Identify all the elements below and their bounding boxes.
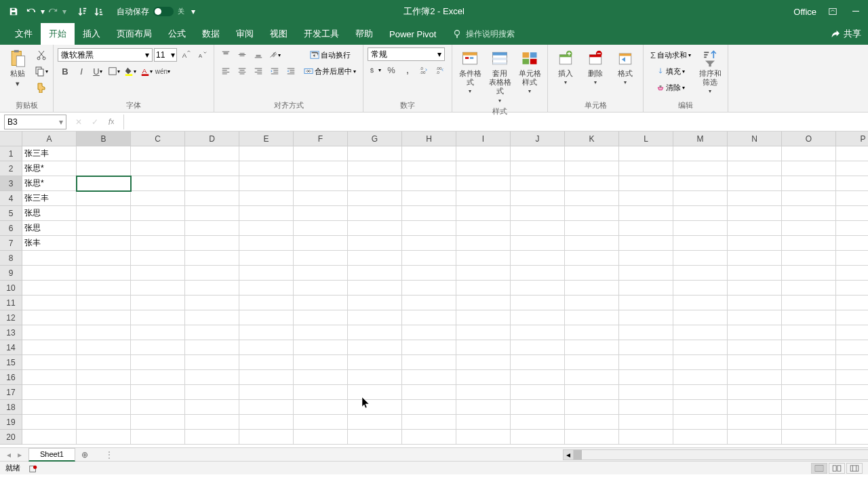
cell-B8[interactable] [77, 251, 131, 266]
column-header-H[interactable]: H [402, 131, 456, 146]
page-layout-view-button[interactable] [829, 463, 845, 474]
insert-cells-button[interactable]: 插入▾ [552, 47, 579, 99]
cell-F6[interactable] [294, 221, 348, 236]
cell-N18[interactable] [728, 400, 782, 415]
cell-K20[interactable] [565, 430, 619, 445]
cell-H1[interactable] [402, 146, 456, 161]
cell-M16[interactable] [673, 370, 728, 385]
cell-A13[interactable] [22, 325, 77, 340]
cell-O7[interactable] [782, 236, 836, 251]
increase-indent-button[interactable] [283, 64, 298, 79]
qat-customize[interactable]: ▾ [191, 6, 197, 17]
bold-button[interactable]: B [58, 64, 73, 79]
toggle-switch[interactable] [153, 7, 174, 16]
cell-H12[interactable] [402, 310, 456, 325]
cell-A1[interactable]: 张三丰 [22, 146, 77, 161]
cell-B3[interactable] [77, 176, 131, 191]
cell-M14[interactable] [673, 340, 728, 355]
cell-A4[interactable]: 张三丰 [22, 191, 77, 206]
cell-D12[interactable] [185, 310, 239, 325]
cell-M5[interactable] [673, 206, 728, 221]
cell-P19[interactable] [836, 415, 868, 430]
cell-O8[interactable] [782, 251, 836, 266]
align-right-button[interactable] [251, 64, 266, 79]
cell-A10[interactable] [22, 281, 77, 296]
cell-G2[interactable] [348, 161, 402, 176]
cell-H2[interactable] [402, 161, 456, 176]
cell-G16[interactable] [348, 370, 402, 385]
cell-H15[interactable] [402, 355, 456, 370]
cell-C18[interactable] [131, 400, 185, 415]
cell-F1[interactable] [294, 146, 348, 161]
cell-J20[interactable] [511, 430, 565, 445]
cell-H7[interactable] [402, 236, 456, 251]
decrease-indent-button[interactable] [267, 64, 282, 79]
cell-G5[interactable] [348, 206, 402, 221]
cell-N1[interactable] [728, 146, 782, 161]
cell-G9[interactable] [348, 266, 402, 281]
cell-H16[interactable] [402, 370, 456, 385]
cell-L15[interactable] [619, 355, 673, 370]
column-header-M[interactable]: M [673, 131, 728, 146]
cell-A2[interactable]: 张思* [22, 161, 77, 176]
tab-help[interactable]: 帮助 [347, 23, 381, 45]
cell-H9[interactable] [402, 266, 456, 281]
cell-E8[interactable] [239, 251, 294, 266]
cell-P5[interactable] [836, 206, 868, 221]
sheet-tab-sheet1[interactable]: Sheet1 [28, 448, 75, 462]
sheet-scroll-right[interactable]: ▸ [15, 450, 24, 460]
cell-N14[interactable] [728, 340, 782, 355]
cell-D17[interactable] [185, 385, 239, 400]
decrease-font-button[interactable]: A [195, 47, 210, 62]
cell-J5[interactable] [511, 206, 565, 221]
cell-C12[interactable] [131, 310, 185, 325]
cell-styles-button[interactable]: 单元格样式▾ [516, 47, 543, 105]
cell-K5[interactable] [565, 206, 619, 221]
cell-O13[interactable] [782, 325, 836, 340]
cell-M2[interactable] [673, 161, 728, 176]
cell-J15[interactable] [511, 355, 565, 370]
cell-N9[interactable] [728, 266, 782, 281]
cell-C11[interactable] [131, 296, 185, 310]
cell-L9[interactable] [619, 266, 673, 281]
cell-O17[interactable] [782, 385, 836, 400]
tab-home[interactable]: 开始 [41, 23, 75, 45]
paste-button[interactable]: 粘贴 ▾ [4, 47, 31, 99]
cell-C6[interactable] [131, 221, 185, 236]
cell-L17[interactable] [619, 385, 673, 400]
cell-G10[interactable] [348, 281, 402, 296]
column-header-G[interactable]: G [348, 131, 402, 146]
cell-M12[interactable] [673, 310, 728, 325]
column-header-C[interactable]: C [131, 131, 185, 146]
cell-F10[interactable] [294, 281, 348, 296]
cell-P2[interactable] [836, 161, 868, 176]
cell-J17[interactable] [511, 385, 565, 400]
tab-insert[interactable]: 插入 [75, 23, 108, 45]
underline-button[interactable]: U▾ [90, 64, 105, 79]
cell-O9[interactable] [782, 266, 836, 281]
cell-L14[interactable] [619, 340, 673, 355]
cell-A12[interactable] [22, 310, 77, 325]
cell-C15[interactable] [131, 355, 185, 370]
cell-K6[interactable] [565, 221, 619, 236]
cell-N17[interactable] [728, 385, 782, 400]
cell-J2[interactable] [511, 161, 565, 176]
align-top-button[interactable] [218, 47, 233, 62]
cell-D16[interactable] [185, 370, 239, 385]
cell-K12[interactable] [565, 310, 619, 325]
cell-G7[interactable] [348, 236, 402, 251]
cell-A14[interactable] [22, 340, 77, 355]
cell-O20[interactable] [782, 430, 836, 445]
cell-C5[interactable] [131, 206, 185, 221]
cell-J6[interactable] [511, 221, 565, 236]
cell-K18[interactable] [565, 400, 619, 415]
cell-E18[interactable] [239, 400, 294, 415]
cell-M18[interactable] [673, 400, 728, 415]
cell-B5[interactable] [77, 206, 131, 221]
row-header-2[interactable]: 2 [0, 161, 22, 176]
undo-button[interactable] [24, 5, 38, 18]
cell-K17[interactable] [565, 385, 619, 400]
cell-E12[interactable] [239, 310, 294, 325]
cell-P20[interactable] [836, 430, 868, 445]
cell-O16[interactable] [782, 370, 836, 385]
